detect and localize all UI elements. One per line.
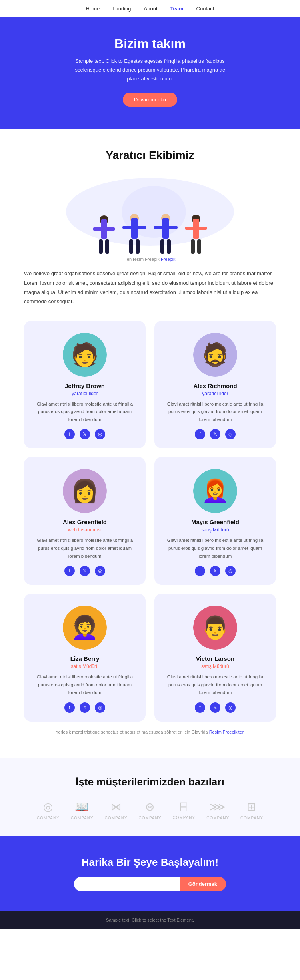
client-logo-6: ⋙ COMPANY: [206, 800, 229, 820]
twitter-icon-alex-g[interactable]: 𝕏: [80, 566, 90, 576]
client-logo-2: 📖 COMPANY: [71, 800, 94, 820]
hero-section: Bizim takım Sample text. Click to Egesta…: [0, 17, 300, 129]
facebook-icon-mayis[interactable]: f: [195, 566, 205, 576]
card-role-jeffrey: yaratıcı lider: [72, 391, 98, 396]
team-figures: [93, 214, 207, 254]
card-desc-alex-g: Glavi amet ritnisl libero molestie ante …: [32, 537, 138, 560]
cta-email-input[interactable]: [74, 877, 180, 891]
twitter-icon-liza[interactable]: 𝕏: [80, 702, 90, 713]
card-role-alex-g: web tasarımcısı: [68, 527, 102, 533]
card-role-mayis: satış Müdürü: [201, 527, 229, 533]
client-icon-7: ⊞: [247, 800, 256, 813]
card-desc-jeffrey: Glavi amet ritnisl libero molestie ante …: [32, 400, 138, 424]
team-card-alex-g: 👩 Alex Greenfield web tasarımcısı Glavi …: [24, 457, 146, 585]
cta-submit-button[interactable]: Göndermek: [180, 877, 226, 891]
clients-title: İşte müşterilerimizden bazıları: [24, 776, 276, 788]
image-credit: Ten resim Freepik Freepik: [24, 257, 276, 262]
figure-2: [122, 214, 146, 254]
figure-4: [185, 215, 207, 254]
team-card-liza: 👩‍🦱 Liza Berry satış Müdürü Glavi amet r…: [24, 594, 146, 722]
social-icons-alex-r: f 𝕏 ◎: [195, 429, 236, 439]
card-name-alex-g: Alex Greenfield: [63, 519, 107, 525]
client-icon-4: ⊛: [145, 800, 155, 813]
figure-1: [93, 215, 115, 254]
client-logo-1: ◎ COMPANY: [37, 800, 60, 820]
instagram-icon-mayis[interactable]: ◎: [225, 566, 236, 576]
nav-contact[interactable]: Contact: [196, 6, 214, 12]
nav-about[interactable]: About: [144, 6, 158, 12]
card-name-jeffrey: Jeffrey Brown: [65, 382, 105, 389]
twitter-icon-victor[interactable]: 𝕏: [210, 702, 220, 713]
card-role-victor: satış Müdürü: [201, 664, 229, 669]
team-illustration: [24, 174, 276, 254]
team-card-victor: 👨 Victor Larson satış Müdürü Glavi amet …: [154, 594, 276, 722]
avatar-jeffrey: 🧑: [63, 333, 107, 377]
team-card-alex-r: 🧔 Alex Richmond yaratıcı lider Glavi ame…: [154, 321, 276, 449]
social-icons-liza: f 𝕏 ◎: [64, 702, 105, 713]
facebook-icon-jeffrey[interactable]: f: [64, 429, 75, 439]
facebook-icon-victor[interactable]: f: [195, 702, 205, 713]
client-icon-3: ⋈: [110, 800, 122, 813]
hero-button[interactable]: Devamını oku: [123, 93, 177, 107]
nav-landing[interactable]: Landing: [112, 6, 131, 12]
card-name-liza: Liza Berry: [70, 655, 100, 662]
twitter-icon-mayis[interactable]: 𝕏: [210, 566, 220, 576]
avatar-mayis: 👩‍🦰: [193, 469, 237, 513]
figure-body: [101, 219, 107, 239]
client-icon-1: ◎: [43, 800, 53, 813]
card-name-victor: Victor Larson: [196, 655, 234, 662]
avatar-liza: 👩‍🦱: [63, 606, 107, 650]
cta-title: Harika Bir Şeye Başlayalım!: [32, 856, 268, 869]
card-name-mayis: Mayıs Greenfield: [191, 519, 239, 525]
team-footer-credit: Yerleşik morbi tristique senectus et net…: [24, 730, 276, 734]
instagram-icon-jeffrey[interactable]: ◎: [95, 429, 105, 439]
instagram-icon-victor[interactable]: ◎: [225, 702, 236, 713]
avatar-victor: 👨: [193, 606, 237, 650]
avatar-alex-r: 🧔: [193, 333, 237, 377]
figure-legs: [99, 239, 109, 254]
instagram-icon-alex-r[interactable]: ◎: [225, 429, 236, 439]
facebook-icon-alex-g[interactable]: f: [64, 566, 75, 576]
twitter-icon-jeffrey[interactable]: 𝕏: [80, 429, 90, 439]
client-logo-5: ⌸ COMPANY: [172, 800, 195, 820]
card-desc-liza: Glavi amet ritnisl libero molestie ante …: [32, 673, 138, 697]
hero-description: Sample text. Click to Egestas egestas fr…: [66, 57, 234, 83]
card-name-alex-r: Alex Richmond: [193, 382, 237, 389]
cta-form: Göndermek: [74, 877, 226, 891]
client-logo-7: ⊞ COMPANY: [240, 800, 263, 820]
client-icon-6: ⋙: [210, 800, 226, 813]
client-logo-4: ⊛ COMPANY: [139, 800, 162, 820]
footer-text: Sample text. Click to select the Text El…: [106, 918, 194, 922]
facebook-icon-alex-r[interactable]: f: [195, 429, 205, 439]
card-desc-mayis: Glavi amet ritnisl libero molestie ante …: [162, 537, 268, 560]
cta-section: Harika Bir Şeye Başlayalım! Göndermek: [0, 836, 300, 911]
team-grid: 🧑 Jeffrey Brown yaratıcı lider Glavi ame…: [24, 321, 276, 722]
client-logo-3: ⋈ COMPANY: [105, 800, 128, 820]
client-icon-2: 📖: [75, 800, 89, 813]
nav-home[interactable]: Home: [86, 6, 100, 12]
team-card-jeffrey: 🧑 Jeffrey Brown yaratıcı lider Glavi ame…: [24, 321, 146, 449]
clients-logos: ◎ COMPANY 📖 COMPANY ⋈ COMPANY ⊛ COMPANY …: [24, 800, 276, 820]
main-nav: Home Landing About Team Contact: [0, 0, 300, 17]
team-section: Yaratıcı Ekibimiz: [0, 129, 300, 758]
social-icons-mayis: f 𝕏 ◎: [195, 566, 236, 576]
nav-team[interactable]: Team: [170, 6, 184, 12]
team-description: We believe great organisations deserve g…: [24, 269, 276, 306]
social-icons-alex-g: f 𝕏 ◎: [64, 566, 105, 576]
avatar-alex-g: 👩: [63, 469, 107, 513]
facebook-icon-liza[interactable]: f: [64, 702, 75, 713]
social-icons-victor: f 𝕏 ◎: [195, 702, 236, 713]
clients-section: İşte müşterilerimizden bazıları ◎ COMPAN…: [0, 758, 300, 836]
figure-3: [154, 214, 178, 254]
card-role-liza: satış Müdürü: [71, 664, 98, 669]
team-card-mayis: 👩‍🦰 Mayıs Greenfield satış Müdürü Glavi …: [154, 457, 276, 585]
twitter-icon-alex-r[interactable]: 𝕏: [210, 429, 220, 439]
card-desc-alex-r: Glavi amet ritnisl libero molestie ante …: [162, 400, 268, 424]
page-footer: Sample text. Click to select the Text El…: [0, 911, 300, 929]
team-title: Yaratıcı Ekibimiz: [24, 149, 276, 162]
instagram-icon-alex-g[interactable]: ◎: [95, 566, 105, 576]
card-role-alex-r: yaratıcı lider: [202, 391, 228, 396]
instagram-icon-liza[interactable]: ◎: [95, 702, 105, 713]
card-desc-victor: Glavi amet ritnisl libero molestie ante …: [162, 673, 268, 697]
social-icons-jeffrey: f 𝕏 ◎: [64, 429, 105, 439]
